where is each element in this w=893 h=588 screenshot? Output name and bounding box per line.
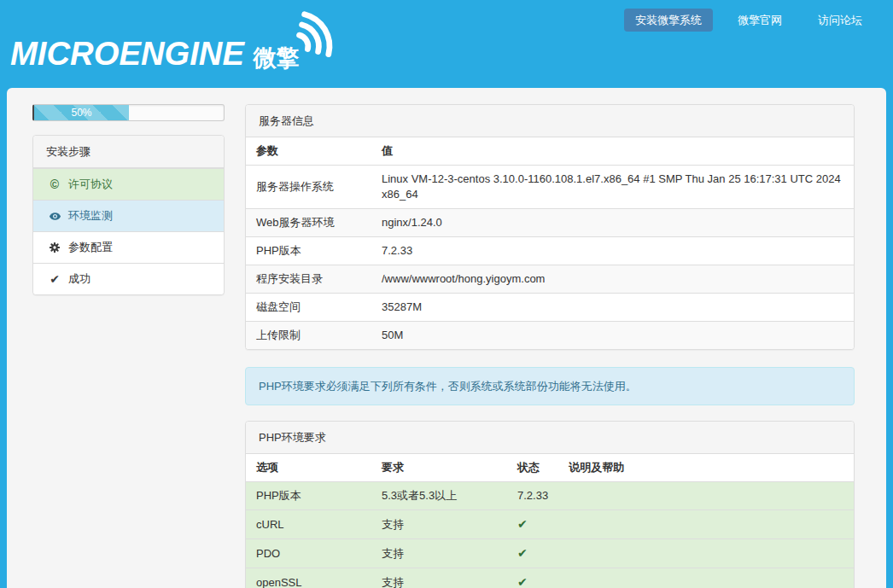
cell-status: 7.2.33 [507, 482, 558, 510]
cell-help [558, 482, 854, 510]
nav-official-site[interactable]: 微擎官网 [727, 9, 793, 32]
wifi-signal-icon [298, 19, 342, 70]
cell-help [558, 539, 854, 568]
cell-option: cURL [246, 510, 371, 539]
step-label: 成功 [68, 271, 90, 288]
step-label: 许可协议 [68, 176, 113, 193]
install-progress-bar: 50% [32, 104, 225, 121]
cell-param: PHP版本 [246, 237, 371, 265]
cell-help [558, 568, 854, 588]
col-value: 值 [371, 137, 854, 166]
cell-param: 上传限制 [246, 322, 371, 350]
install-steps-panel: 安装步骤 © 许可协议 环境监测 [32, 135, 225, 295]
php-requirements-alert: PHP环境要求必须满足下列所有条件，否则系统或系统部份功能将无法使用。 [245, 367, 855, 405]
cell-value: 50M [371, 322, 854, 350]
cell-param: 服务器操作系统 [246, 166, 371, 209]
cell-param: 磁盘空间 [246, 294, 371, 322]
cell-value: /www/wwwroot/hong.yigoym.com [371, 265, 854, 294]
cell-value: nginx/1.24.0 [371, 209, 854, 237]
cell-param: Web服务器环境 [246, 209, 371, 237]
php-requirements-table: 选项 要求 状态 说明及帮助 PHP版本 5.3或者5.3以上 7.2.33 c… [246, 454, 854, 588]
table-row: 服务器操作系统 Linux VM-12-3-centos 3.10.0-1160… [246, 166, 854, 209]
table-row: 上传限制 50M [246, 322, 854, 350]
server-info-panel: 服务器信息 参数 值 服务器操作系统 Linux VM-12-3-centos … [245, 104, 855, 350]
cell-option: openSSL [246, 568, 371, 588]
col-status: 状态 [507, 454, 558, 482]
steps-panel-title: 安装步骤 [33, 136, 224, 168]
cell-status: ✔ [507, 568, 558, 588]
table-header-row: 参数 值 [246, 137, 854, 166]
cell-requirement: 支持 [371, 510, 507, 539]
progress-fill: 50% [34, 105, 129, 120]
cell-status: ✔ [507, 510, 558, 539]
table-header-row: 选项 要求 状态 说明及帮助 [246, 454, 854, 482]
cell-help [558, 510, 854, 539]
main-content: 服务器信息 参数 值 服务器操作系统 Linux VM-12-3-centos … [245, 104, 855, 588]
check-icon: ✔ [46, 271, 63, 288]
sidebar-item-success[interactable]: ✔ 成功 [33, 263, 224, 294]
cell-param: 程序安装目录 [246, 265, 371, 294]
check-icon: ✔ [517, 575, 528, 588]
nav-install-system[interactable]: 安装微擎系统 [624, 9, 713, 32]
step-label: 参数配置 [68, 239, 113, 256]
sidebar-item-parameter-config[interactable]: 参数配置 [33, 231, 224, 263]
sidebar-item-license[interactable]: © 许可协议 [33, 168, 224, 200]
table-row: PHP版本 5.3或者5.3以上 7.2.33 [246, 482, 854, 510]
cell-option: PHP版本 [246, 482, 371, 510]
gear-icon [46, 242, 63, 253]
check-icon: ✔ [517, 546, 528, 560]
col-param: 参数 [246, 137, 371, 166]
table-row: cURL 支持 ✔ [246, 510, 854, 539]
page-header: MICROENGINE 微擎 安装微擎系统 微擎官网 访问论坛 [0, 0, 893, 88]
cell-option: PDO [246, 539, 371, 568]
php-requirements-panel: PHP环境要求 选项 要求 状态 说明及帮助 PHP版本 5.3或者5.3以上 [245, 421, 855, 588]
nav-forum[interactable]: 访问论坛 [807, 9, 873, 32]
eye-icon [46, 210, 63, 223]
microengine-logo: MICROENGINE 微擎 [10, 19, 342, 70]
cell-value: 35287M [371, 294, 854, 322]
content-card: 50% 安装步骤 © 许可协议 环境监测 [7, 88, 886, 588]
table-row: PHP版本 7.2.33 [246, 237, 854, 265]
table-row: 磁盘空间 35287M [246, 294, 854, 322]
cell-requirement: 5.3或者5.3以上 [371, 482, 507, 510]
col-help: 说明及帮助 [558, 454, 854, 482]
table-row: Web服务器环境 nginx/1.24.0 [246, 209, 854, 237]
col-option: 选项 [246, 454, 371, 482]
sidebar: 50% 安装步骤 © 许可协议 环境监测 [32, 104, 225, 295]
table-row: PDO 支持 ✔ [246, 539, 854, 568]
sidebar-item-environment-check[interactable]: 环境监测 [33, 200, 224, 231]
cell-status: ✔ [507, 539, 558, 568]
top-navigation: 安装微擎系统 微擎官网 访问论坛 [610, 9, 873, 32]
cell-value: 7.2.33 [371, 237, 854, 265]
cell-requirement: 支持 [371, 568, 507, 588]
table-row: 程序安装目录 /www/wwwroot/hong.yigoym.com [246, 265, 854, 294]
col-requirement: 要求 [371, 454, 507, 482]
step-label: 环境监测 [68, 207, 113, 224]
check-icon: ✔ [517, 517, 528, 531]
server-info-table: 参数 值 服务器操作系统 Linux VM-12-3-centos 3.10.0… [246, 137, 854, 349]
php-requirements-title: PHP环境要求 [246, 422, 854, 454]
server-info-title: 服务器信息 [246, 105, 854, 137]
logo-text: MICROENGINE [10, 37, 244, 70]
cell-value: Linux VM-12-3-centos 3.10.0-1160.108.1.e… [371, 166, 854, 209]
cell-requirement: 支持 [371, 539, 507, 568]
copyright-icon: © [46, 176, 63, 193]
table-row: openSSL 支持 ✔ [246, 568, 854, 588]
